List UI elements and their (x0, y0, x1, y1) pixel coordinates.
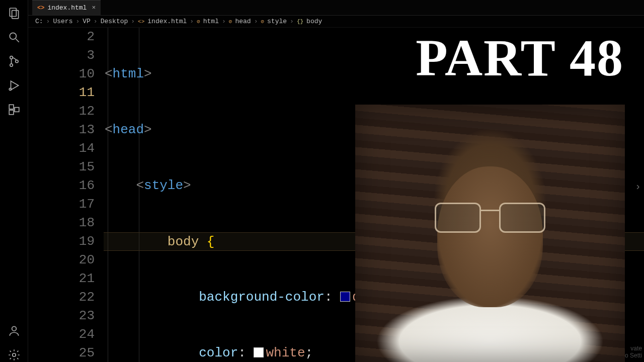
svg-rect-1 (12, 11, 18, 19)
svg-point-6 (15, 60, 18, 62)
crumb[interactable]: html (203, 18, 219, 25)
crumb[interactable]: Users (53, 18, 72, 25)
svg-point-8 (9, 88, 11, 90)
crumb[interactable]: VP (83, 18, 91, 25)
svg-rect-10 (9, 110, 14, 115)
glasses-icon (435, 203, 545, 228)
crumb[interactable]: body (306, 18, 322, 25)
crumb[interactable]: style (267, 18, 287, 25)
tab-bar: <> index.html × (28, 0, 644, 16)
activity-bar (0, 0, 28, 362)
account-icon[interactable] (7, 324, 21, 338)
crumb[interactable]: C: (35, 18, 43, 25)
line-gutter: 2 3 10 11 12 13 14 15 16 17 18 19 20 21 … (28, 28, 104, 362)
bracket-icon: ⊘ (197, 18, 200, 25)
svg-rect-0 (10, 8, 16, 16)
debug-icon[interactable] (7, 78, 21, 93)
svg-point-12 (12, 326, 16, 331)
color-swatch-icon (340, 292, 350, 302)
svg-point-2 (10, 33, 16, 39)
crumb[interactable]: head (235, 18, 251, 25)
settings-gear-icon[interactable] (7, 348, 21, 362)
curly-icon: {} (297, 19, 303, 25)
svg-marker-7 (11, 81, 18, 89)
extensions-icon[interactable] (7, 103, 21, 117)
presenter-photo (355, 105, 625, 362)
svg-line-3 (16, 39, 19, 42)
file-icon: <> (37, 5, 44, 12)
svg-point-4 (10, 56, 12, 59)
search-icon[interactable] (7, 30, 21, 44)
activation-watermark: vate o Setti (625, 345, 642, 359)
overlay-title: PART 48 (416, 28, 624, 87)
color-swatch-icon (254, 347, 264, 357)
svg-point-13 (12, 353, 16, 357)
bracket-icon: ⊘ (229, 18, 232, 25)
crumb[interactable]: Desktop (101, 18, 128, 25)
bracket-icon: ⊘ (261, 18, 264, 25)
svg-point-5 (10, 64, 12, 66)
svg-rect-11 (15, 108, 19, 112)
source-control-icon[interactable] (7, 54, 21, 68)
chevron-right-icon[interactable]: › (635, 181, 641, 193)
tab-index-html[interactable]: <> index.html × (32, 0, 101, 15)
close-icon[interactable]: × (92, 4, 96, 12)
breadcrumb[interactable]: C:› Users› VP› Desktop› <> index.html› ⊘… (28, 16, 644, 28)
tab-label: index.html (47, 4, 87, 12)
svg-rect-9 (9, 105, 14, 109)
file-icon: <> (138, 19, 144, 25)
crumb[interactable]: index.html (147, 18, 187, 25)
explorer-icon[interactable] (7, 6, 21, 20)
